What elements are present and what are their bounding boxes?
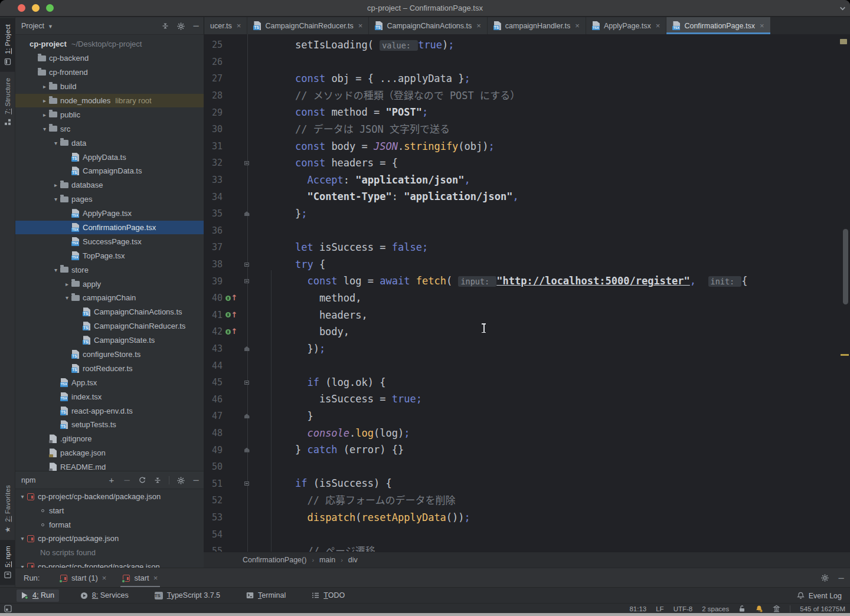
tree-item[interactable]: ▾src xyxy=(15,122,204,136)
code-line[interactable]: // 応募フォームのデータを削除 xyxy=(271,492,838,509)
code-line[interactable] xyxy=(271,458,838,476)
line-number[interactable]: 55 xyxy=(204,546,223,552)
strip-tab-2-favorites[interactable]: ★2: Favorites xyxy=(0,479,15,540)
unlock-icon[interactable] xyxy=(738,605,746,612)
inspection-status-icon[interactable] xyxy=(840,39,847,44)
fold-marker-icon[interactable] xyxy=(244,481,249,486)
line-number[interactable]: 29 xyxy=(204,107,223,118)
line-number[interactable]: 53 xyxy=(204,512,223,523)
code-line[interactable]: const headers = { xyxy=(271,155,838,172)
expand-arrow-icon[interactable]: ▸ xyxy=(40,97,49,104)
code-line[interactable]: "Content-Type": "application/json", xyxy=(271,188,838,205)
close-icon[interactable]: × xyxy=(760,21,764,30)
tree-item[interactable]: TSreact-app-env.d.ts xyxy=(15,404,204,418)
code-line[interactable]: if (log.ok) { xyxy=(271,374,838,391)
hide-panel-icon[interactable]: ─ xyxy=(837,574,845,582)
close-icon[interactable]: × xyxy=(476,21,481,30)
hide-panel-icon[interactable]: ─ xyxy=(192,476,200,484)
tab-list-chevron-icon[interactable] xyxy=(839,5,846,12)
tree-item[interactable]: cp-frontend xyxy=(15,65,204,80)
code-line[interactable]: isSuccess = true; xyxy=(271,391,838,408)
tree-item[interactable]: cp-project~/Desktop/cp-project xyxy=(15,37,204,51)
tree-item[interactable]: TSXSuccessPage.tsx xyxy=(15,234,204,248)
code-line[interactable]: method, xyxy=(271,290,838,307)
strip-tab-7-structure[interactable]: 7: Structure xyxy=(0,72,15,132)
line-number[interactable]: 32 xyxy=(204,158,223,168)
tree-item[interactable]: package.json xyxy=(15,446,204,460)
up-arrow-icon[interactable]: ↑ xyxy=(231,295,238,301)
line-number[interactable]: 50 xyxy=(204,461,223,472)
tree-item[interactable]: ▸build xyxy=(15,80,204,94)
code-line[interactable]: const body = JSON.stringify(obj); xyxy=(271,138,838,155)
collapse-all-icon[interactable] xyxy=(153,476,162,484)
tree-item[interactable]: ▸apply xyxy=(15,277,204,291)
tree-item[interactable]: ▸public xyxy=(15,107,204,122)
code-line[interactable]: dispatch(resetApplyData()); xyxy=(271,509,838,526)
line-number[interactable]: 42 xyxy=(204,326,223,337)
line-ending[interactable]: LF xyxy=(656,605,663,612)
code-line[interactable]: }); xyxy=(271,340,838,358)
line-number[interactable]: 26 xyxy=(204,57,223,67)
code-line[interactable]: Accept: "application/json", xyxy=(271,172,838,189)
npm-package-item[interactable]: ▾cp-project/cp-backend/package.json xyxy=(15,490,204,504)
code-line[interactable]: }; xyxy=(271,205,838,222)
up-arrow-icon[interactable]: ↑ xyxy=(231,329,238,335)
fold-marker-icon[interactable] xyxy=(244,381,249,385)
expand-arrow-icon[interactable]: ▾ xyxy=(51,140,60,146)
line-number[interactable]: 37 xyxy=(204,242,223,253)
line-number[interactable]: 27 xyxy=(204,73,223,84)
close-icon[interactable]: × xyxy=(575,21,580,30)
strip-tab-5-npm[interactable]: 5: npm xyxy=(0,540,15,585)
tree-item[interactable]: TSXApp.tsx xyxy=(15,375,204,389)
tool-window-switcher-icon[interactable] xyxy=(4,605,12,612)
editor-tab-campaignchainreducer-ts[interactable]: TSCampaignChainReducer.ts× xyxy=(247,17,369,34)
line-number[interactable]: 51 xyxy=(204,479,223,489)
close-icon[interactable]: × xyxy=(237,21,241,30)
tree-item[interactable]: TSconfigureStore.ts xyxy=(15,348,204,362)
toolbar-item-8-services[interactable]: 8: Services xyxy=(76,589,133,602)
tree-item[interactable]: TSCampaignState.ts xyxy=(15,333,204,348)
gear-icon[interactable] xyxy=(176,22,185,30)
npm-script-item[interactable]: start xyxy=(15,504,204,518)
remove-icon[interactable]: ─ xyxy=(123,476,131,484)
close-icon[interactable]: × xyxy=(656,21,661,30)
tree-item[interactable]: TSrootReducer.ts xyxy=(15,361,204,375)
line-number[interactable]: 45 xyxy=(204,377,223,388)
code-line[interactable] xyxy=(271,54,838,71)
line-number[interactable]: 30 xyxy=(204,124,223,135)
editor-tab-applypage-tsx[interactable]: TSXApplyPage.tsx× xyxy=(586,17,667,34)
expand-arrow-icon[interactable]: ▸ xyxy=(40,112,49,118)
tree-item[interactable]: ▾store xyxy=(15,263,204,277)
line-number[interactable]: 34 xyxy=(204,192,223,202)
line-number[interactable]: 38 xyxy=(204,259,223,270)
code-line[interactable]: const log = await fetch( input: "http://… xyxy=(271,273,838,290)
line-number[interactable]: 43 xyxy=(204,343,223,354)
fold-marker-icon[interactable] xyxy=(244,346,250,351)
code-line[interactable]: } xyxy=(271,408,838,425)
expand-arrow-icon[interactable]: ▾ xyxy=(51,267,60,273)
fold-marker-icon[interactable] xyxy=(244,448,250,453)
fold-marker-icon[interactable] xyxy=(244,211,250,216)
code-line[interactable]: const obj = { ...applyData }; xyxy=(271,70,838,87)
code-line[interactable] xyxy=(271,222,838,240)
tree-item[interactable]: ▾data xyxy=(15,136,204,150)
fold-marker-icon[interactable] xyxy=(244,279,249,283)
tree-item[interactable]: ▸node_moduleslibrary root xyxy=(15,94,204,108)
line-number[interactable]: 52 xyxy=(204,495,223,506)
tree-item[interactable]: ▸database xyxy=(15,178,204,192)
expand-arrow-icon[interactable]: ▾ xyxy=(18,563,27,568)
line-number[interactable]: 36 xyxy=(204,225,223,236)
code-line[interactable]: console.log(log); xyxy=(271,425,838,442)
gear-icon[interactable] xyxy=(820,574,829,582)
memory-indicator[interactable]: 545 of 16275M xyxy=(800,605,845,612)
tree-item[interactable]: TSXTopPage.tsx xyxy=(15,248,204,263)
code-text[interactable]: setIsLoading( value: true); const obj = … xyxy=(271,37,838,552)
tree-item[interactable]: ▾pages xyxy=(15,192,204,207)
breadcrumb-item[interactable]: ConfirmationPage() xyxy=(243,556,306,564)
toolbar-item-terminal[interactable]: Terminal xyxy=(241,589,290,602)
tree-item[interactable]: TSXConfirmationPage.tsx xyxy=(15,221,204,235)
tree-item[interactable]: TSCampaignChainActions.ts xyxy=(15,305,204,319)
code-line[interactable]: if (isSuccess) { xyxy=(271,475,838,492)
code-line[interactable]: body, xyxy=(271,323,838,340)
up-arrow-icon[interactable]: ↑ xyxy=(231,312,238,318)
